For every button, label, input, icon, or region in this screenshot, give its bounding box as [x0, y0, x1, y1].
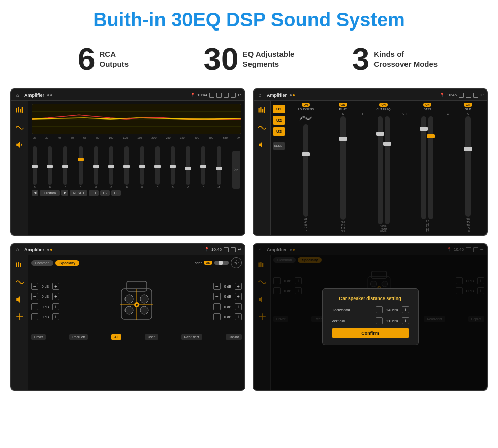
db-plus-r3[interactable]: +	[235, 303, 242, 310]
confirm-button[interactable]: Confirm	[332, 328, 409, 338]
db-minus-r1[interactable]: −	[213, 283, 221, 290]
slider-track-2[interactable]	[48, 146, 52, 185]
arrows-icon-3[interactable]	[14, 311, 25, 322]
eq-custom-btn[interactable]: Custom	[40, 190, 60, 196]
back-icon-3[interactable]: ↩	[238, 247, 241, 252]
sub-slider[interactable]	[465, 116, 471, 217]
slider-track-6[interactable]	[109, 146, 113, 185]
home-icon[interactable]	[14, 92, 21, 99]
slider-track-1[interactable]	[33, 146, 37, 185]
db-minus-1[interactable]: −	[31, 283, 38, 290]
u2-btn[interactable]: U2	[273, 116, 285, 125]
eq-u1-btn[interactable]: U1	[89, 190, 99, 196]
slider-thumb-3	[62, 165, 68, 168]
back-icon[interactable]: ↩	[238, 93, 241, 97]
slider-thumb-2	[47, 165, 53, 168]
phat-toggle[interactable]: ON	[339, 103, 347, 107]
fader-slider[interactable]	[214, 261, 229, 265]
loudness-toggle[interactable]: ON	[302, 103, 310, 107]
db-plus-1[interactable]: +	[52, 283, 59, 290]
all-btn[interactable]: All	[111, 334, 121, 340]
db-row-r3: − 0 dB +	[213, 303, 242, 310]
speaker-icon-2[interactable]	[257, 139, 268, 151]
slider-track-5[interactable]	[94, 146, 98, 185]
db-minus-2[interactable]: −	[31, 293, 38, 300]
home-icon-3[interactable]	[14, 246, 21, 253]
back-icon-2[interactable]: ↩	[480, 93, 484, 97]
eq-u3-btn[interactable]: U3	[111, 190, 121, 196]
side-icons-2	[254, 101, 271, 235]
right-db-controls: − 0 dB + − 0 dB + − 0 dB +	[213, 283, 242, 320]
db-minus-r2[interactable]: −	[213, 293, 221, 300]
loudness-slider[interactable]	[303, 124, 308, 217]
slider-track-8[interactable]	[140, 146, 144, 185]
slider-thumb-7	[123, 165, 130, 168]
driver-btn[interactable]: Driver	[31, 334, 46, 340]
wave-icon-2[interactable]	[257, 122, 268, 133]
fader-on-btn[interactable]: ON	[204, 261, 212, 265]
screen2-title: Amplifier	[267, 93, 287, 98]
db-plus-4[interactable]: +	[52, 313, 59, 320]
specialty-tab[interactable]: Specialty	[55, 260, 79, 266]
slider-track-10[interactable]	[171, 146, 175, 185]
bass-slider-f[interactable]	[421, 116, 426, 219]
phat-slider[interactable]	[340, 116, 346, 220]
wave-icon[interactable]	[14, 122, 25, 133]
slider-track-13[interactable]	[217, 146, 221, 185]
db-plus-r2[interactable]: +	[235, 293, 242, 300]
db-plus-r1[interactable]: +	[235, 283, 242, 290]
speaker-icon[interactable]	[14, 139, 25, 151]
slider-val-9: 0	[157, 186, 158, 189]
u1-btn[interactable]: U1	[273, 105, 285, 113]
slider-col-6: 0	[109, 146, 113, 189]
slider-track-12[interactable]	[201, 146, 205, 185]
horizontal-plus-btn[interactable]: +	[402, 306, 409, 313]
slider-val-13: -1	[217, 186, 220, 189]
eq-icon-3[interactable]	[14, 259, 25, 271]
db-minus-r4[interactable]: −	[213, 313, 221, 320]
home-icon-2[interactable]	[257, 92, 264, 99]
wave-icon-3[interactable]	[14, 277, 25, 288]
eq-icon[interactable]	[14, 105, 25, 116]
slider-track-9[interactable]	[155, 146, 160, 185]
eq-icon-2[interactable]	[257, 105, 268, 116]
slider-track-4[interactable]	[79, 146, 83, 185]
db-minus-4[interactable]: −	[31, 313, 38, 320]
cutfreq-slider-f[interactable]	[378, 116, 383, 224]
bass-toggle[interactable]: ON	[423, 103, 431, 107]
db-plus-r4[interactable]: +	[235, 313, 242, 320]
sub-toggle[interactable]: ON	[464, 103, 472, 107]
slider-track-7[interactable]	[124, 146, 129, 185]
vertical-plus-btn[interactable]: +	[402, 317, 409, 324]
db-plus-3[interactable]: +	[52, 303, 59, 310]
slider-val-3: 0	[65, 186, 66, 189]
rearleft-btn[interactable]: RearLeft	[69, 334, 88, 340]
db-plus-2[interactable]: +	[52, 293, 59, 300]
slider-track-11[interactable]	[186, 146, 190, 185]
vertical-minus-btn[interactable]: −	[376, 317, 383, 324]
settings-icon-3[interactable]	[231, 257, 242, 268]
db-value-r2: 0 dB	[222, 295, 234, 298]
bass-slider-g[interactable]	[428, 116, 433, 219]
slider-col-2: 0	[48, 146, 52, 189]
slider-thumb-5	[93, 165, 99, 168]
cutfreq-toggle[interactable]: ON	[379, 103, 387, 107]
slider-track-3[interactable]	[63, 146, 67, 185]
reset-btn-2[interactable]: RESET	[273, 142, 285, 150]
eq-reset-btn[interactable]: RESET	[70, 190, 87, 196]
cutfreq-slider-g[interactable]	[385, 116, 390, 224]
db-minus-r3[interactable]: −	[213, 303, 221, 310]
copilot-btn[interactable]: Copilot	[226, 334, 242, 340]
common-tab[interactable]: Common	[31, 260, 53, 266]
horizontal-minus-btn[interactable]: −	[376, 306, 383, 313]
rearright-btn[interactable]: RearRight	[181, 334, 202, 340]
db-minus-3[interactable]: −	[31, 303, 38, 310]
speaker-icon-3[interactable]	[14, 294, 25, 305]
slider-expand[interactable]: ≫	[232, 151, 240, 189]
u3-btn[interactable]: U3	[273, 127, 285, 136]
eq-prev-btn[interactable]: ◀	[32, 190, 38, 196]
eq-u2-btn[interactable]: U2	[100, 190, 110, 196]
dialog-title: Car speaker distance setting	[332, 296, 409, 301]
user-btn[interactable]: User	[145, 334, 158, 340]
eq-play-btn[interactable]: ▶	[61, 190, 68, 196]
